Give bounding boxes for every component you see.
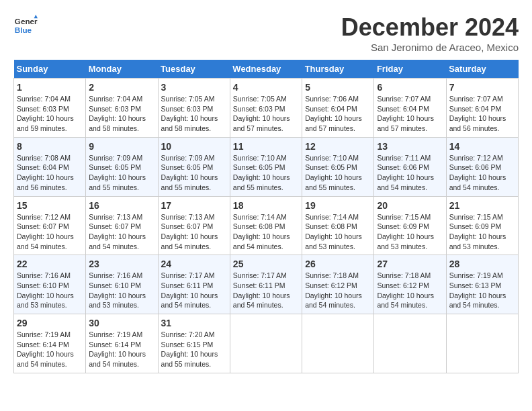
day-cell-16: 16Sunrise: 7:13 AM Sunset: 6:07 PM Dayli… <box>86 196 158 255</box>
day-info: Sunrise: 7:11 AM Sunset: 6:06 PM Dayligh… <box>377 153 443 193</box>
day-number: 29 <box>17 318 83 328</box>
day-info: Sunrise: 7:05 AM Sunset: 6:03 PM Dayligh… <box>233 94 299 134</box>
day-number: 14 <box>449 141 515 152</box>
day-cell-7: 7Sunrise: 7:07 AM Sunset: 6:04 PM Daylig… <box>446 79 518 138</box>
day-info: Sunrise: 7:18 AM Sunset: 6:12 PM Dayligh… <box>305 271 371 310</box>
day-number: 10 <box>161 141 227 152</box>
day-number: 28 <box>449 259 515 269</box>
day-cell-26: 26Sunrise: 7:18 AM Sunset: 6:12 PM Dayli… <box>302 255 374 314</box>
day-number: 21 <box>449 200 515 211</box>
svg-text:Blue: Blue <box>15 26 32 34</box>
day-number: 20 <box>377 200 443 211</box>
day-info: Sunrise: 7:14 AM Sunset: 6:08 PM Dayligh… <box>305 212 371 252</box>
day-number: 27 <box>377 259 443 269</box>
day-number: 30 <box>89 318 154 328</box>
day-number: 11 <box>233 141 299 152</box>
day-number: 8 <box>17 141 83 152</box>
logo-icon: General Blue <box>13 13 38 38</box>
day-cell-23: 23Sunrise: 7:16 AM Sunset: 6:10 PM Dayli… <box>86 255 158 314</box>
day-cell-1: 1Sunrise: 7:04 AM Sunset: 6:03 PM Daylig… <box>14 79 86 138</box>
day-info: Sunrise: 7:19 AM Sunset: 6:13 PM Dayligh… <box>449 271 515 310</box>
day-info: Sunrise: 7:15 AM Sunset: 6:09 PM Dayligh… <box>449 212 515 252</box>
day-cell-31: 31Sunrise: 7:20 AM Sunset: 6:15 PM Dayli… <box>158 314 230 373</box>
day-cell-5: 5Sunrise: 7:06 AM Sunset: 6:04 PM Daylig… <box>302 79 374 138</box>
day-cell-19: 19Sunrise: 7:14 AM Sunset: 6:08 PM Dayli… <box>302 196 374 255</box>
week-row-2: 8Sunrise: 7:08 AM Sunset: 6:04 PM Daylig… <box>14 137 519 196</box>
day-cell-17: 17Sunrise: 7:13 AM Sunset: 6:07 PM Dayli… <box>158 196 230 255</box>
calendar-title: December 2024 <box>341 13 519 42</box>
day-number: 19 <box>305 200 371 211</box>
day-number: 5 <box>305 82 371 93</box>
title-section: December 2024 San Jeronimo de Araceo, Me… <box>341 13 519 53</box>
day-number: 12 <box>305 141 371 152</box>
calendar-table: SundayMondayTuesdayWednesdayThursdayFrid… <box>13 60 519 373</box>
day-cell-3: 3Sunrise: 7:05 AM Sunset: 6:03 PM Daylig… <box>158 79 230 138</box>
day-number: 7 <box>449 82 515 93</box>
day-info: Sunrise: 7:04 AM Sunset: 6:03 PM Dayligh… <box>17 94 83 134</box>
week-row-5: 29Sunrise: 7:19 AM Sunset: 6:14 PM Dayli… <box>14 314 519 373</box>
empty-cell <box>230 314 302 373</box>
day-info: Sunrise: 7:17 AM Sunset: 6:11 PM Dayligh… <box>233 271 299 310</box>
day-info: Sunrise: 7:16 AM Sunset: 6:10 PM Dayligh… <box>17 271 83 310</box>
day-info: Sunrise: 7:19 AM Sunset: 6:14 PM Dayligh… <box>89 330 154 369</box>
day-number: 9 <box>89 141 154 152</box>
day-cell-2: 2Sunrise: 7:04 AM Sunset: 6:03 PM Daylig… <box>86 79 158 138</box>
day-number: 13 <box>377 141 443 152</box>
day-number: 1 <box>17 82 83 93</box>
day-header-tuesday: Tuesday <box>158 60 230 79</box>
day-header-sunday: Sunday <box>14 60 86 79</box>
day-cell-18: 18Sunrise: 7:14 AM Sunset: 6:08 PM Dayli… <box>230 196 302 255</box>
day-number: 15 <box>17 200 83 211</box>
day-info: Sunrise: 7:15 AM Sunset: 6:09 PM Dayligh… <box>377 212 443 252</box>
day-cell-28: 28Sunrise: 7:19 AM Sunset: 6:13 PM Dayli… <box>446 255 518 314</box>
day-cell-20: 20Sunrise: 7:15 AM Sunset: 6:09 PM Dayli… <box>374 196 446 255</box>
header: General Blue December 2024 San Jeronimo … <box>13 13 519 53</box>
day-number: 3 <box>161 82 227 93</box>
day-info: Sunrise: 7:12 AM Sunset: 6:06 PM Dayligh… <box>449 153 515 193</box>
logo: General Blue <box>13 13 38 38</box>
calendar-subtitle: San Jeronimo de Araceo, Mexico <box>341 42 519 53</box>
day-cell-14: 14Sunrise: 7:12 AM Sunset: 6:06 PM Dayli… <box>446 137 518 196</box>
day-cell-24: 24Sunrise: 7:17 AM Sunset: 6:11 PM Dayli… <box>158 255 230 314</box>
day-cell-25: 25Sunrise: 7:17 AM Sunset: 6:11 PM Dayli… <box>230 255 302 314</box>
day-info: Sunrise: 7:20 AM Sunset: 6:15 PM Dayligh… <box>161 330 227 369</box>
day-cell-22: 22Sunrise: 7:16 AM Sunset: 6:10 PM Dayli… <box>14 255 86 314</box>
day-info: Sunrise: 7:14 AM Sunset: 6:08 PM Dayligh… <box>233 212 299 252</box>
day-number: 6 <box>377 82 443 93</box>
header-row: SundayMondayTuesdayWednesdayThursdayFrid… <box>14 60 519 79</box>
day-cell-4: 4Sunrise: 7:05 AM Sunset: 6:03 PM Daylig… <box>230 79 302 138</box>
day-number: 23 <box>89 259 154 269</box>
day-number: 17 <box>161 200 227 211</box>
day-info: Sunrise: 7:19 AM Sunset: 6:14 PM Dayligh… <box>17 330 83 369</box>
day-number: 2 <box>89 82 154 93</box>
day-cell-29: 29Sunrise: 7:19 AM Sunset: 6:14 PM Dayli… <box>14 314 86 373</box>
day-cell-21: 21Sunrise: 7:15 AM Sunset: 6:09 PM Dayli… <box>446 196 518 255</box>
day-info: Sunrise: 7:10 AM Sunset: 6:05 PM Dayligh… <box>233 153 299 193</box>
empty-cell <box>374 314 446 373</box>
day-number: 24 <box>161 259 227 269</box>
day-info: Sunrise: 7:05 AM Sunset: 6:03 PM Dayligh… <box>161 94 227 134</box>
day-info: Sunrise: 7:09 AM Sunset: 6:05 PM Dayligh… <box>89 153 154 193</box>
day-cell-11: 11Sunrise: 7:10 AM Sunset: 6:05 PM Dayli… <box>230 137 302 196</box>
day-header-thursday: Thursday <box>302 60 374 79</box>
day-number: 31 <box>161 318 227 328</box>
day-cell-27: 27Sunrise: 7:18 AM Sunset: 6:12 PM Dayli… <box>374 255 446 314</box>
day-info: Sunrise: 7:17 AM Sunset: 6:11 PM Dayligh… <box>161 271 227 310</box>
day-cell-8: 8Sunrise: 7:08 AM Sunset: 6:04 PM Daylig… <box>14 137 86 196</box>
day-cell-13: 13Sunrise: 7:11 AM Sunset: 6:06 PM Dayli… <box>374 137 446 196</box>
day-cell-9: 9Sunrise: 7:09 AM Sunset: 6:05 PM Daylig… <box>86 137 158 196</box>
day-number: 22 <box>17 259 83 269</box>
day-info: Sunrise: 7:09 AM Sunset: 6:05 PM Dayligh… <box>161 153 227 193</box>
day-number: 18 <box>233 200 299 211</box>
week-row-1: 1Sunrise: 7:04 AM Sunset: 6:03 PM Daylig… <box>14 79 519 138</box>
empty-cell <box>302 314 374 373</box>
day-cell-10: 10Sunrise: 7:09 AM Sunset: 6:05 PM Dayli… <box>158 137 230 196</box>
day-header-monday: Monday <box>86 60 158 79</box>
day-cell-12: 12Sunrise: 7:10 AM Sunset: 6:05 PM Dayli… <box>302 137 374 196</box>
day-cell-15: 15Sunrise: 7:12 AM Sunset: 6:07 PM Dayli… <box>14 196 86 255</box>
day-info: Sunrise: 7:07 AM Sunset: 6:04 PM Dayligh… <box>449 94 515 134</box>
week-row-4: 22Sunrise: 7:16 AM Sunset: 6:10 PM Dayli… <box>14 255 519 314</box>
day-info: Sunrise: 7:07 AM Sunset: 6:04 PM Dayligh… <box>377 94 443 134</box>
day-info: Sunrise: 7:04 AM Sunset: 6:03 PM Dayligh… <box>89 94 154 134</box>
empty-cell <box>446 314 518 373</box>
